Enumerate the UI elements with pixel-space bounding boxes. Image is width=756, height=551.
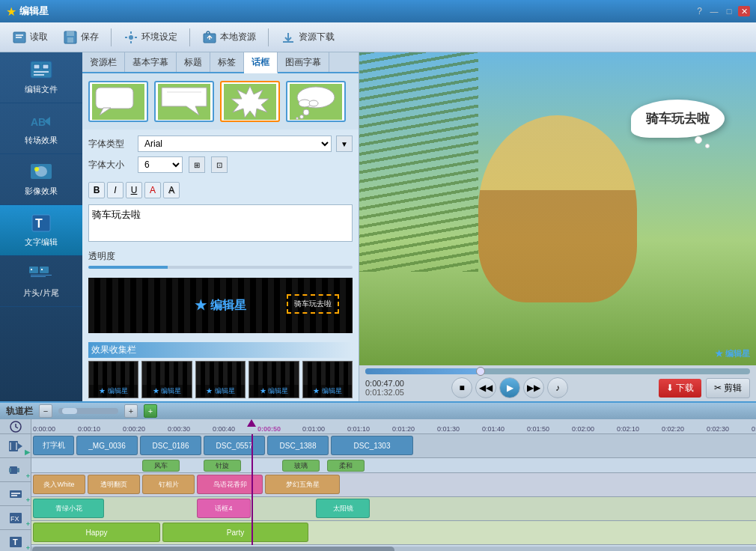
clip-typewriter[interactable]: 打字机: [33, 436, 74, 455]
svg-rect-7: [34, 64, 40, 69]
next-button[interactable]: ▶▶: [523, 377, 544, 398]
download-button[interactable]: 资源下载: [275, 27, 341, 48]
tab-speech-bubble[interactable]: 话框: [244, 52, 278, 73]
clip-flame-white[interactable]: 炎入White: [33, 475, 85, 494]
clip-dream-star[interactable]: 梦幻五角星: [265, 475, 340, 494]
prev-button[interactable]: ◀◀: [475, 377, 496, 398]
effect-item-4[interactable]: ★ 编辑星: [249, 361, 299, 398]
opacity-label: 透明度: [88, 250, 353, 263]
transition-label: 转场效果: [25, 135, 58, 146]
clip-soft[interactable]: 柔和: [327, 460, 365, 472]
scissors-icon: ✂: [714, 383, 722, 393]
read-button[interactable]: 读取: [6, 27, 54, 48]
font-size-select[interactable]: 681012141824: [138, 156, 183, 173]
close-button[interactable]: ✕: [738, 6, 750, 16]
canvas-text-overlay: 骑车玩去啦: [287, 294, 339, 314]
clip-glass[interactable]: 玻璃: [282, 460, 320, 472]
tl-add-button[interactable]: +: [144, 404, 157, 418]
tl-effect-track-icon[interactable]: FX +: [0, 506, 31, 530]
font-type-label: 字体类型: [88, 138, 133, 150]
local-resources-button[interactable]: 本地资源: [196, 27, 262, 48]
font-size-label: 字体大小: [88, 159, 133, 171]
minimize-button[interactable]: —: [708, 6, 720, 16]
effect-label-1: ★ 编辑星: [89, 385, 138, 398]
tl-tracks-area[interactable]: 0:00:00 0:00:10 0:00:20 0:00:30 0:00:40 …: [31, 419, 756, 551]
title-end-button[interactable]: 片头/片尾: [0, 256, 82, 307]
text-input[interactable]: 骑车玩去啦: [88, 204, 353, 242]
clip-dsc0557[interactable]: DSC_0557: [204, 436, 265, 455]
clip-dsc0186[interactable]: DSC_0186: [140, 436, 201, 455]
clip-transparent-flip[interactable]: 透明翻页: [88, 475, 140, 494]
color-button[interactable]: A: [144, 182, 161, 198]
font-size-expand-button[interactable]: ⊞: [189, 156, 205, 173]
underline-button[interactable]: U: [126, 182, 142, 198]
shadow-button[interactable]: A: [163, 182, 180, 198]
edit-clip-button[interactable]: ✂ 剪辑: [706, 378, 750, 398]
bubble-preview-3[interactable]: [220, 81, 280, 122]
italic-button[interactable]: I: [107, 182, 124, 198]
svg-point-4: [129, 35, 133, 40]
tab-resources[interactable]: 资源栏: [82, 52, 125, 72]
effect-label-3: ★ 编辑星: [196, 385, 245, 398]
tab-title[interactable]: 标题: [177, 52, 210, 72]
tabs-bar: 资源栏 基本字幕 标题 标签 话框 图画字幕: [82, 52, 359, 73]
clip-bird-song[interactable]: 鸟语花香卯: [197, 475, 263, 494]
app-title: 编辑星: [19, 4, 49, 18]
tl-scrollbar[interactable]: [32, 547, 394, 551]
effect-item-1[interactable]: ★ 编辑星: [88, 361, 138, 398]
clip-mg0036[interactable]: _MG_0036: [76, 436, 138, 455]
clip-wind[interactable]: 风车: [142, 460, 180, 472]
help-button[interactable]: ?: [697, 6, 702, 16]
download-red-button[interactable]: ⬇ 下载: [659, 379, 701, 398]
transition-button[interactable]: AB 转场效果: [0, 103, 82, 154]
tl-minus-button[interactable]: −: [39, 404, 52, 418]
svg-text:AB: AB: [31, 116, 46, 128]
settings-button[interactable]: 环境设定: [118, 27, 183, 48]
tl-zoom-slider[interactable]: [58, 408, 118, 414]
clip-sunglasses[interactable]: 太阳镜: [316, 499, 370, 518]
tl-text-track-icon[interactable]: T +: [0, 530, 31, 551]
clip-happy[interactable]: Happy: [33, 523, 160, 542]
tl-audio-track-icon[interactable]: +: [0, 458, 31, 482]
bold-button[interactable]: B: [88, 182, 105, 198]
tab-tags[interactable]: 标签: [210, 52, 244, 72]
tab-drawing-caption[interactable]: 图画字幕: [278, 52, 329, 72]
clip-dsc1303[interactable]: DSC_1303: [331, 436, 413, 455]
bubble-preview-1[interactable]: [88, 81, 148, 122]
tl-plus-size-button[interactable]: +: [124, 404, 138, 418]
play-button[interactable]: ▶: [499, 377, 520, 398]
main-area: 编辑文件 AB 转场效果 影像效果: [0, 52, 756, 401]
progress-bar[interactable]: [365, 368, 750, 374]
text-edit-icon: T: [28, 213, 55, 234]
video-watermark: ★ 编辑星: [715, 348, 750, 359]
effect-item-2[interactable]: ★ 编辑星: [141, 361, 192, 398]
bubble-preview-2[interactable]: [154, 81, 214, 122]
edit-file-button[interactable]: 编辑文件: [0, 52, 82, 103]
effect-item-5[interactable]: ★ 编辑星: [302, 361, 353, 398]
volume-button[interactable]: ♪: [547, 377, 568, 398]
image-effects-button[interactable]: 影像效果: [0, 154, 82, 205]
clip-pin-photo[interactable]: 钉相片: [142, 475, 195, 494]
save-button[interactable]: 保存: [57, 27, 105, 48]
bubble-preview-4[interactable]: [286, 81, 346, 122]
tab-basic-caption[interactable]: 基本字幕: [125, 52, 177, 72]
video-preview: 骑车玩去啦 ★ 编辑星: [359, 52, 756, 365]
tl-caption-track-icon[interactable]: +: [0, 482, 31, 506]
font-type-select[interactable]: Arial Times New Roman Microsoft YaHei: [138, 136, 332, 152]
text-edit-button[interactable]: T 文字编辑: [0, 205, 82, 256]
download-icon: [281, 30, 296, 45]
font-more-button[interactable]: ⊡: [211, 156, 228, 173]
clip-dsc1388[interactable]: DSC_1388: [267, 436, 329, 455]
clip-speech4[interactable]: 话框4: [197, 499, 251, 518]
stop-button[interactable]: ■: [451, 377, 472, 398]
maximize-button[interactable]: □: [723, 6, 735, 16]
clip-green-flower[interactable]: 青绿小花: [33, 499, 104, 518]
clip-party[interactable]: Party: [162, 523, 308, 542]
opacity-slider[interactable]: [88, 266, 353, 269]
font-expand-button[interactable]: ▼: [336, 136, 353, 152]
effects-title: 效果收集栏: [88, 342, 353, 358]
clip-spin[interactable]: 针旋: [204, 460, 241, 472]
tl-video-track-icon[interactable]: ▶: [0, 434, 31, 458]
bubble-previews: [82, 73, 359, 130]
effect-item-3[interactable]: ★ 编辑星: [195, 361, 246, 398]
